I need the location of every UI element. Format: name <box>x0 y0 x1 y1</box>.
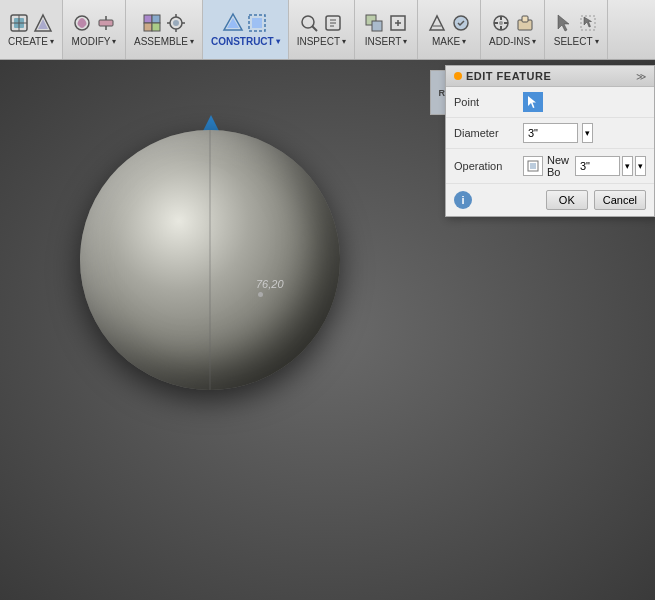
diameter-value: ▾ <box>523 123 646 143</box>
construct-icon-2 <box>246 12 268 34</box>
select-icon-1 <box>553 12 575 34</box>
operation-type-text: New Bo <box>547 154 571 178</box>
assemble-label: ASSEMBLE▾ <box>134 36 194 47</box>
assemble-icon-1 <box>141 12 163 34</box>
operation-value-input[interactable] <box>575 156 620 176</box>
addins-label: ADD-INS▾ <box>489 36 536 47</box>
insert-label: INSERT▾ <box>365 36 408 47</box>
cancel-button[interactable]: Cancel <box>594 190 646 210</box>
point-value <box>523 92 646 112</box>
toolbar-group-construct[interactable]: CONSTRUCT▾ <box>203 0 289 59</box>
edit-feature-panel: EDIT FEATURE ≫ Point Diameter ▾ <box>445 65 655 217</box>
select-icon-2 <box>577 12 599 34</box>
modify-icon-2 <box>95 12 117 34</box>
toolbar: CREATE▾ MODIFY▾ ASSEMBLE▾ <box>0 0 655 60</box>
svg-rect-9 <box>152 15 160 23</box>
construct-label: CONSTRUCT▾ <box>211 36 280 47</box>
operation-row: Operation New Bo ▾ ▾ <box>446 149 654 184</box>
svg-marker-44 <box>584 17 592 27</box>
svg-marker-19 <box>227 18 239 28</box>
svg-rect-11 <box>152 23 160 31</box>
diameter-label: Diameter <box>454 127 519 139</box>
operation-input-group: ▾ ▾ <box>575 156 646 176</box>
create-label: CREATE▾ <box>8 36 54 47</box>
toolbar-group-select[interactable]: SELECT▾ <box>545 0 608 59</box>
edit-panel-header-left: EDIT FEATURE <box>454 70 551 82</box>
edit-panel-header: EDIT FEATURE ≫ <box>446 66 654 87</box>
toolbar-group-make[interactable]: MAKE▾ <box>418 0 481 59</box>
svg-point-35 <box>499 21 503 25</box>
operation-value-dropdown[interactable]: ▾ <box>622 156 633 176</box>
toolbar-group-inspect[interactable]: INSPECT▾ <box>289 0 355 59</box>
toolbar-group-assemble[interactable]: ASSEMBLE▾ <box>126 0 203 59</box>
inspect-icon-2 <box>322 12 344 34</box>
addins-icon-2 <box>514 12 536 34</box>
operation-type-icon <box>523 156 543 176</box>
operation-label: Operation <box>454 160 519 172</box>
insert-icon-1 <box>363 12 385 34</box>
sphere-geometry <box>80 130 340 390</box>
info-button[interactable]: i <box>454 191 472 209</box>
panel-status-dot <box>454 72 462 80</box>
assemble-icon-2 <box>165 12 187 34</box>
construct-icon-1 <box>222 12 244 34</box>
svg-rect-47 <box>530 163 536 169</box>
addins-icon-1 <box>490 12 512 34</box>
dimension-point <box>258 292 263 297</box>
point-select-button[interactable] <box>523 92 543 112</box>
create-icon-1 <box>8 12 30 34</box>
panel-expand-button[interactable]: ≫ <box>636 71 646 82</box>
inspect-icon-1 <box>298 12 320 34</box>
edit-panel-title: EDIT FEATURE <box>466 70 551 82</box>
make-icon-2 <box>450 12 472 34</box>
operation-value: New Bo ▾ ▾ <box>523 154 646 178</box>
footer-buttons: OK Cancel <box>546 190 646 210</box>
svg-rect-7 <box>99 20 113 26</box>
point-row: Point <box>446 87 654 118</box>
arrow-head <box>203 115 219 131</box>
toolbar-group-addins[interactable]: ADD-INS▾ <box>481 0 545 59</box>
create-icon-2 <box>32 12 54 34</box>
make-label: MAKE▾ <box>432 36 466 47</box>
sphere-object: 76,20 <box>80 130 350 410</box>
toolbar-group-modify[interactable]: MODIFY▾ <box>63 0 126 59</box>
svg-rect-41 <box>522 16 528 22</box>
viewport-canvas[interactable]: 76,20 RIGHT Z EDIT FEATURE ≫ Point Dia <box>0 60 655 600</box>
diameter-dropdown[interactable]: ▾ <box>582 123 593 143</box>
diameter-row: Diameter ▾ <box>446 118 654 149</box>
diameter-input[interactable] <box>523 123 578 143</box>
operation-extra-dropdown[interactable]: ▾ <box>635 156 646 176</box>
select-label: SELECT▾ <box>554 36 599 47</box>
ok-button[interactable]: OK <box>546 190 588 210</box>
point-label: Point <box>454 96 519 108</box>
svg-rect-10 <box>144 23 152 31</box>
make-icon-1 <box>426 12 448 34</box>
svg-rect-29 <box>372 21 382 31</box>
inspect-label: INSPECT▾ <box>297 36 346 47</box>
svg-point-13 <box>173 20 179 26</box>
svg-line-23 <box>312 26 317 31</box>
svg-marker-42 <box>558 15 569 31</box>
svg-marker-45 <box>528 96 536 108</box>
edit-panel-footer: i OK Cancel <box>446 184 654 216</box>
modify-icon-1 <box>71 12 93 34</box>
insert-icon-2 <box>387 12 409 34</box>
toolbar-group-insert[interactable]: INSERT▾ <box>355 0 418 59</box>
modify-label: MODIFY▾ <box>72 36 117 47</box>
svg-rect-21 <box>252 18 262 28</box>
dimension-annotation: 76,20 <box>256 278 284 290</box>
toolbar-group-create[interactable]: CREATE▾ <box>0 0 63 59</box>
svg-rect-8 <box>144 15 152 23</box>
